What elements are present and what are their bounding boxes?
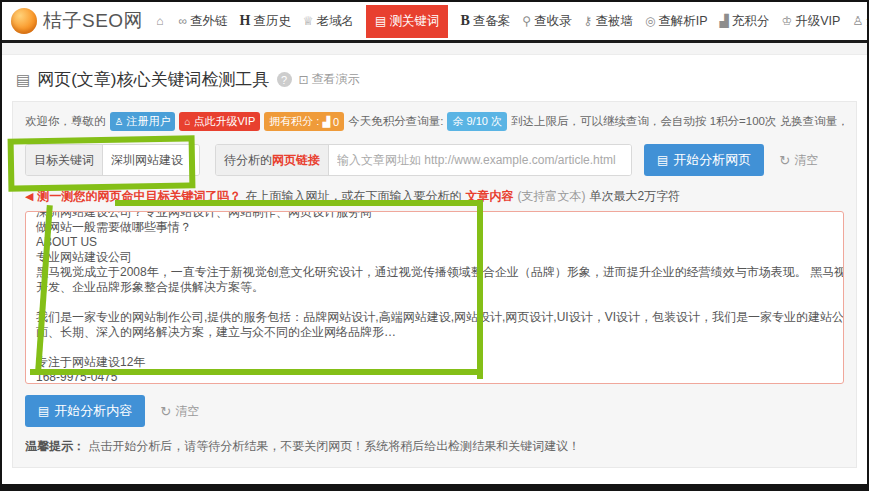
help-icon[interactable]: ? [277, 72, 292, 87]
refresh-icon: ↻ [160, 404, 171, 419]
tip-text: 点击开始分析后，请等待分析结果，不要关闭网页！系统将稍后给出检测结果和关键词建议… [88, 439, 580, 453]
nav-label: 查外链 [190, 13, 228, 30]
nav-item-free-vip[interactable]: ♙免费VIP [852, 13, 867, 30]
annotation-box-keyword [8, 135, 196, 191]
clear-content-link[interactable]: ↻ 清空 [160, 403, 199, 420]
content-line: 开发、企业品牌形象整合提供解决方案等。 [36, 280, 833, 295]
url-input-group: 待分析的网页链接 [215, 144, 632, 176]
annotation-box-content-bottom [30, 369, 483, 375]
page-icon: ▤ [16, 71, 30, 89]
content-line: 做网站一般需要做哪些事情？ [36, 220, 833, 235]
record-icon: B [460, 14, 469, 28]
history-icon: H [239, 14, 250, 28]
nav-item-history[interactable]: H查历史 [239, 13, 290, 30]
content-editor[interactable]: 深圳网站建设公司？专业网站设计、网站制作、网页设计服务商 做网站一般需要做哪些事… [25, 211, 844, 384]
content-line: 专业网站建设公司 [36, 250, 833, 265]
refresh-icon: ↻ [779, 153, 790, 168]
tip-row: 温馨提示： 点击开始分析后，请等待分析结果，不要关闭网页！系统将稍后给出检测结果… [25, 438, 844, 455]
hint-suffix: 单次最大2万字符 [589, 188, 680, 205]
nav-label: 查收录 [534, 13, 572, 30]
nav-label: 查解析IP [658, 13, 707, 30]
content-line: ABOUT US [36, 235, 833, 250]
nav-item-upgrade-vip[interactable]: ♔升级VIP [781, 13, 840, 30]
quota-text: 今天免积分查询量: [348, 114, 443, 129]
nav-label: 查备案 [473, 13, 511, 30]
person-icon: ♙ [852, 15, 863, 27]
page-title-row: ▤ 网页(文章)核心关键词检测工具 ? ⊡ 查看演示 [2, 55, 867, 101]
pin-icon: ◎ [645, 15, 655, 27]
annotation-box-content-top [115, 200, 483, 206]
url-label: 待分析的网页链接 [216, 145, 329, 175]
home-icon: ⌂ [156, 15, 163, 27]
trophy-icon: ♕ [303, 15, 314, 27]
crown-icon: ♔ [781, 15, 792, 27]
content-line: 面、长期、深入的网络解决方案，建立与众不同的企业网络品牌形… [36, 325, 833, 340]
document-icon: ▤ [657, 153, 668, 167]
main-nav: ⌂ ∞查外链 H查历史 ♕老域名 ▤测关键词 B查备案 ⚲查收录 ⚷查被墙 ◎查… [156, 5, 867, 38]
content-line [36, 340, 833, 355]
browser-page: 桔子SEO网 ⌂ ∞查外链 H查历史 ♕老域名 ▤测关键词 B查备案 ⚲查收录 … [0, 0, 869, 491]
hint-note: (支持富文本) [517, 188, 585, 205]
tip-bold: 温馨提示： [25, 439, 85, 453]
analyze-url-button[interactable]: ▤ 开始分析网页 [644, 144, 764, 176]
nav-label: 查被墙 [595, 13, 633, 30]
nav-item-icp-record[interactable]: B查备案 [460, 13, 510, 30]
upgrade-vip-badge[interactable]: ⌂ 点此升级VIP [179, 112, 260, 131]
quota-note: 到达上限后，可以继续查询，会自动按 1积分=100次 兑换查询量， [511, 114, 844, 129]
nav-label: 老域名 [317, 13, 355, 30]
nav-item-old-domains[interactable]: ♕老域名 [303, 13, 354, 30]
demo-icon: ⊡ [299, 73, 309, 87]
chart-icon: ▟ [720, 15, 729, 27]
nav-item-backlinks[interactable]: ∞查外链 [178, 13, 227, 30]
points-value: 0 [333, 116, 339, 128]
welcome-prefix: 欢迎你，尊敬的 [25, 114, 106, 129]
content-lines: 深圳网站建设公司？专业网站设计、网站制作、网页设计服务商 做网站一般需要做哪些事… [36, 211, 833, 384]
top-navbar: 桔子SEO网 ⌂ ∞查外链 H查历史 ♕老域名 ▤测关键词 B查备案 ⚲查收录 … [2, 2, 867, 43]
content-line: 黑马视觉成立于2008年，一直专注于新视觉创意文化研究设计，通过视觉传播领域整合… [36, 265, 833, 280]
clear-url-link[interactable]: ↻ 清空 [779, 152, 818, 169]
article-url-input[interactable] [329, 145, 631, 175]
shop-icon: ⌂ [184, 117, 190, 127]
logo-text: 桔子SEO网 [43, 8, 143, 34]
link-icon: ∞ [178, 15, 187, 27]
demo-label: 查看演示 [312, 71, 360, 88]
welcome-row: 欢迎你，尊敬的 ♙ 注册用户 ⌂ 点此升级VIP 拥有积分 : ▟ 0 今天免积… [25, 112, 844, 131]
nav-item-keyword-check[interactable]: ▤测关键词 [366, 5, 448, 38]
nav-label: 免费VIP [866, 13, 867, 30]
content-line: 深圳网站建设公司？专业网站设计、网站制作、网页设计服务商 [36, 211, 833, 220]
nav-item-recharge-points[interactable]: ▟充积分 [720, 13, 770, 30]
page-title: 网页(文章)核心关键词检测工具 [37, 68, 269, 91]
quota-remaining-badge: 余 9/10 次 [447, 112, 507, 131]
nav-item-wall-check[interactable]: ⚷查被墙 [584, 13, 633, 30]
registered-user-badge[interactable]: ♙ 注册用户 [110, 112, 176, 131]
nav-label: 升级VIP [795, 13, 840, 30]
nav-label: 查历史 [253, 13, 291, 30]
nav-item-dns-ip[interactable]: ◎查解析IP [645, 13, 708, 30]
chart-icon: ▟ [322, 117, 330, 127]
nav-item-index-check[interactable]: ⚲查收录 [522, 13, 571, 30]
annotation-box-content-right [477, 201, 483, 379]
nav-item-home[interactable]: ⌂ [156, 15, 166, 27]
content-line: 专注于网站建设12年 [36, 355, 833, 370]
document-icon: ▤ [38, 404, 49, 418]
content-line: 我们是一家专业的网站制作公司,提供的服务包括：品牌网站设计,高端网站建设,网站设… [36, 310, 833, 325]
header-divider [2, 43, 867, 55]
orange-logo-icon [11, 8, 37, 34]
speaker-icon: ◀ [25, 190, 33, 203]
content-line [36, 295, 833, 310]
points-badge[interactable]: 拥有积分 : ▟ 0 [264, 112, 344, 131]
user-icon: ♙ [115, 117, 124, 127]
view-demo-link[interactable]: ⊡ 查看演示 [299, 71, 360, 88]
analyze-content-button[interactable]: ▤ 开始分析内容 [25, 395, 145, 427]
search-icon: ⚲ [522, 15, 531, 27]
site-logo[interactable]: 桔子SEO网 [11, 8, 143, 34]
document-icon: ▤ [375, 15, 386, 27]
content-action-row: ▤ 开始分析内容 ↻ 清空 [25, 395, 844, 427]
nav-label: 充积分 [732, 13, 770, 30]
nav-label: 测关键词 [389, 13, 439, 30]
url-label-highlight: 网页链接 [272, 152, 320, 169]
lock-icon: ⚷ [584, 15, 593, 27]
